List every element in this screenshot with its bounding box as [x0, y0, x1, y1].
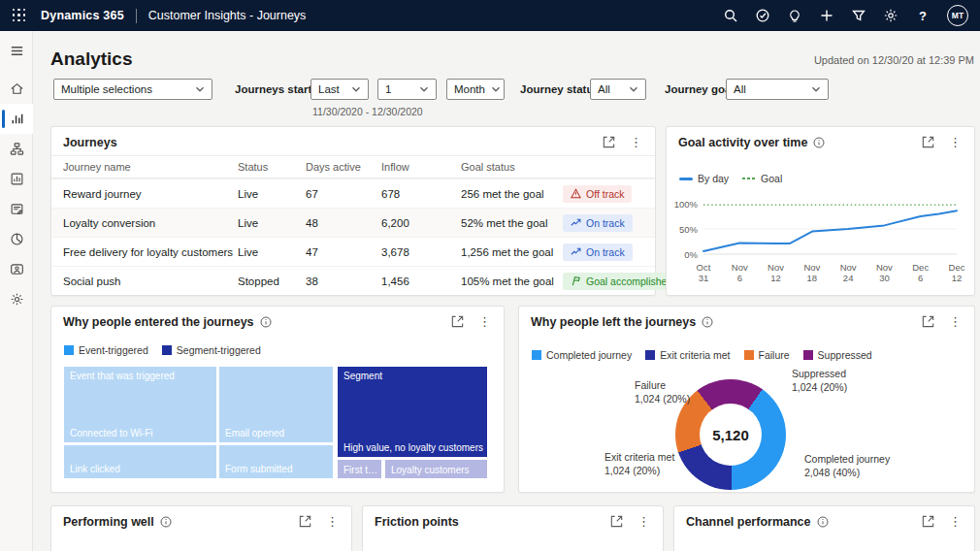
sidebar-item-segments-pie[interactable]: [0, 224, 33, 254]
more-options-icon[interactable]: ⋮: [477, 314, 492, 329]
treemap-tile-loyalty-customers[interactable]: Loyalty customers: [385, 460, 487, 478]
journeys-table-header: Journey name Status Days active Inflow G…: [51, 155, 655, 178]
sidebar-menu-toggle[interactable]: [0, 36, 33, 66]
legend-item-event-triggered: Event-triggered: [64, 344, 148, 356]
treemap-legend: Event-triggered Segment-triggered: [64, 344, 261, 356]
expand-icon[interactable]: [609, 514, 624, 529]
journey-days-active: 38: [306, 276, 318, 287]
expand-icon[interactable]: [921, 135, 935, 149]
help-icon[interactable]: ?: [915, 8, 931, 23]
treemap-tile-first-time[interactable]: First time ...: [338, 460, 381, 478]
performing-well-card: Performing well ⋮: [50, 505, 352, 551]
date-range-text: 11/30/2020 - 12/30/2020: [312, 106, 423, 117]
sidebar-item-home[interactable]: [0, 74, 33, 104]
app-name[interactable]: Customer Insights - Journeys: [148, 9, 307, 22]
lightbulb-icon[interactable]: [787, 8, 802, 23]
info-icon[interactable]: [813, 137, 825, 148]
checkmark-circle-icon[interactable]: [755, 8, 770, 23]
column-goal-status[interactable]: Goal status: [461, 161, 515, 173]
svg-text:Nov: Nov: [876, 262, 893, 273]
journey-inflow: 6,200: [381, 217, 409, 229]
svg-text:Nov: Nov: [732, 262, 748, 273]
journey-goal-dropdown[interactable]: All: [726, 79, 829, 100]
trending-up-icon: [571, 246, 581, 257]
info-icon[interactable]: [160, 516, 172, 528]
column-journey-name[interactable]: Journey name: [63, 161, 131, 173]
sidebar-item-audience[interactable]: [0, 254, 33, 284]
svg-text:Oct: Oct: [697, 262, 711, 273]
treemap-tile-form-submitted[interactable]: Form submitted: [219, 445, 333, 478]
more-options-icon[interactable]: ⋮: [637, 514, 651, 529]
expand-icon[interactable]: [921, 514, 935, 529]
app-launcher-icon[interactable]: [12, 8, 27, 23]
filter-funnel-icon[interactable]: [851, 8, 866, 23]
treemap-tile-label: First time ...: [343, 465, 377, 475]
table-row[interactable]: Social push Stopped 38 1,456 105% met th…: [51, 266, 655, 295]
badge-label: Goal accomplished: [586, 276, 672, 287]
slice-label: Exit criteria met: [604, 450, 674, 464]
svg-text:12: 12: [770, 273, 781, 283]
journey-inflow: 1,456: [381, 276, 409, 287]
svg-text:6: 6: [918, 273, 923, 283]
journeys-card: Journeys ⋮ Journey name Status Days acti…: [50, 126, 656, 296]
treemap-tile-link-clicked[interactable]: Link clicked: [64, 445, 216, 478]
entered-journeys-title: Why people entered the journeys: [63, 315, 254, 329]
left-navigation-sidebar: [0, 31, 33, 551]
treemap-tile-label: Connected to Wi-Fi: [70, 428, 212, 438]
column-status[interactable]: Status: [238, 161, 268, 173]
starting-count-dropdown[interactable]: 1: [377, 79, 437, 100]
table-row[interactable]: Reward journey Live 67 678 256 met the g…: [51, 178, 655, 208]
journey-inflow: 3,678: [381, 246, 409, 258]
starting-unit-value: Month: [454, 83, 485, 95]
svg-text:50%: 50%: [679, 224, 699, 235]
badge-label: On track: [586, 217, 625, 229]
info-icon[interactable]: [702, 316, 713, 328]
journey-status-dropdown[interactable]: All: [590, 79, 646, 100]
treemap-group-label: Event that was triggered: [70, 371, 212, 381]
treemap-tile-label: Form submitted: [225, 464, 329, 474]
info-icon[interactable]: [817, 516, 829, 528]
more-options-icon[interactable]: ⋮: [325, 514, 340, 529]
treemap-tile-connected-to-wifi[interactable]: Event that was triggered Connected to Wi…: [64, 367, 216, 442]
user-avatar[interactable]: MT: [947, 5, 968, 26]
exit-criteria-swatch: [645, 350, 655, 360]
more-options-icon[interactable]: ⋮: [629, 135, 643, 149]
journey-status: Live: [238, 217, 258, 229]
sidebar-item-reports[interactable]: [0, 164, 33, 194]
table-row[interactable]: Loyalty conversion Live 48 6,200 52% met…: [51, 208, 655, 237]
expand-icon[interactable]: [298, 514, 312, 529]
starting-range-dropdown[interactable]: Last: [310, 79, 369, 100]
column-days-active[interactable]: Days active: [306, 161, 361, 173]
legend-label: Suppressed: [818, 349, 872, 361]
more-options-icon[interactable]: ⋮: [948, 514, 963, 529]
chevron-down-icon: [491, 84, 501, 94]
sidebar-item-forms[interactable]: [0, 194, 33, 224]
expand-icon[interactable]: [602, 135, 616, 149]
journey-selection-dropdown[interactable]: Multiple selections: [53, 79, 212, 100]
table-row[interactable]: Free delivery for loyalty customers Live…: [51, 237, 655, 266]
column-inflow[interactable]: Inflow: [381, 161, 409, 173]
search-icon[interactable]: [723, 8, 738, 23]
journey-name: Loyalty conversion: [63, 217, 155, 229]
journey-goal-text: 1,256 met the goal: [461, 246, 553, 258]
settings-gear-icon[interactable]: [883, 8, 898, 23]
journey-name: Reward journey: [63, 188, 142, 200]
brand-label[interactable]: Dynamics 365: [41, 9, 124, 22]
journey-inflow: 678: [381, 188, 400, 200]
more-options-icon[interactable]: ⋮: [948, 135, 963, 149]
treemap-tile-high-value[interactable]: Segment High value, no loyalty customers: [338, 367, 487, 457]
expand-icon[interactable]: [921, 314, 935, 329]
plus-icon[interactable]: [819, 8, 834, 23]
starting-unit-dropdown[interactable]: Month: [446, 79, 505, 100]
sidebar-item-journeys-flow[interactable]: [0, 134, 33, 164]
expand-icon[interactable]: [450, 314, 465, 329]
chevron-down-icon: [629, 84, 638, 94]
journey-selection-value: Multiple selections: [61, 83, 152, 95]
sidebar-item-analytics[interactable]: [0, 104, 33, 134]
sidebar-item-settings[interactable]: [0, 284, 33, 314]
treemap-tile-label: Link clicked: [70, 464, 212, 474]
treemap-tile-email-opened[interactable]: Email opened: [219, 367, 333, 442]
more-options-icon[interactable]: ⋮: [948, 314, 963, 329]
info-icon[interactable]: [260, 316, 272, 328]
journey-name: Social push: [63, 276, 120, 287]
